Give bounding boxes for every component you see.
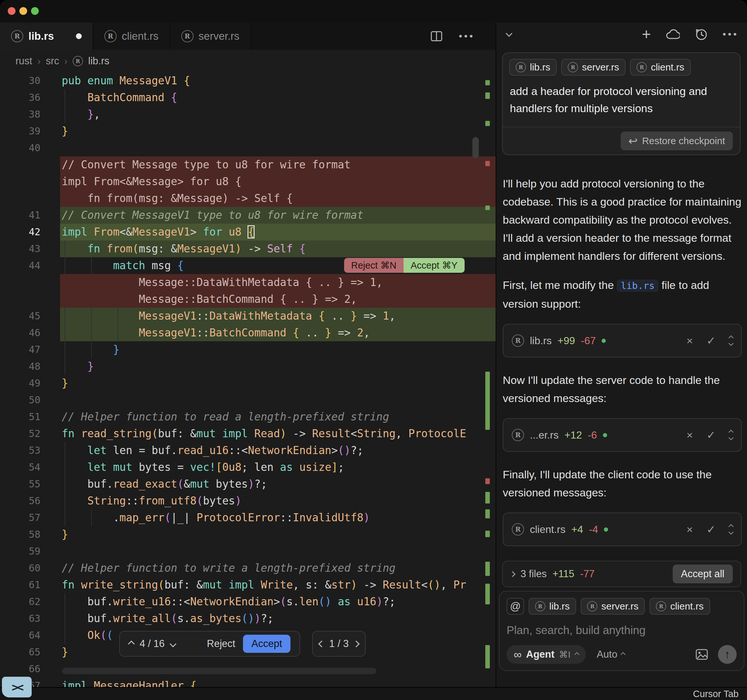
add-context-button[interactable]: @ xyxy=(507,598,524,615)
next-diff-icon[interactable] xyxy=(169,640,176,647)
code-line[interactable]: 30pub enum MessageV1 { xyxy=(0,73,496,89)
code-line[interactable]: 53 let len = buf.read_u16::<NetworkEndia… xyxy=(0,442,496,459)
horizontal-scrollbar[interactable] xyxy=(62,668,377,674)
code-line[interactable]: 42impl From<&MessageV1> for u8 { xyxy=(0,224,496,241)
code-text: impl MessageHandler { xyxy=(40,677,496,687)
code-line[interactable]: fn from(msg: &Message) -> Self { xyxy=(0,190,496,207)
chat-input-box[interactable]: @ Rlib.rsRserver.rsRclient.rs Plan, sear… xyxy=(499,591,744,671)
file-pill-client.rs[interactable]: Rclient.rs xyxy=(630,59,691,76)
code-line[interactable]: 49} xyxy=(0,375,496,392)
code-line[interactable]: 67impl MessageHandler { xyxy=(0,677,496,687)
breadcrumb-item[interactable]: src xyxy=(46,55,59,67)
code-line[interactable]: 50 xyxy=(0,392,496,409)
code-line[interactable]: 43 fn from(msg: &MessageV1) -> Self { xyxy=(0,241,496,257)
code-line[interactable]: 41// Convert MessageV1 type to u8 for wi… xyxy=(0,207,496,224)
accept-file-icon[interactable]: ✓ xyxy=(707,334,716,347)
editor-more-icon[interactable]: ••• xyxy=(459,31,475,42)
minimize-window-button[interactable] xyxy=(20,7,27,15)
accept-all-button[interactable]: Accept all xyxy=(673,565,733,583)
breadcrumb-item[interactable]: lib.rs xyxy=(88,55,109,67)
diff-reject-button[interactable]: Reject xyxy=(207,638,235,650)
breadcrumb-separator: › xyxy=(38,56,41,67)
code-line[interactable]: 45 MessageV1::DataWithMetadata { .. } =>… xyxy=(0,308,496,324)
code-line[interactable]: // Convert Message type to u8 for wire f… xyxy=(0,156,496,173)
code-line[interactable]: Message::DataWithMetadata { .. } => 1, xyxy=(0,274,496,291)
expand-diff-icon[interactable] xyxy=(729,430,733,439)
code-line[interactable]: 44 match msg {Reject ⌘NAccept ⌘Y xyxy=(0,257,496,274)
tab-client.rs[interactable]: Rclient.rs xyxy=(93,23,170,50)
code-line[interactable]: 57 .map_err(|_| ProtocolError::InvalidUt… xyxy=(0,509,496,526)
code-line[interactable]: 63 buf.write_all(s.as_bytes())?; xyxy=(0,610,496,627)
rust-file-icon: R xyxy=(637,62,647,73)
code-line[interactable]: 61fn write_string(buf: &mut impl Write, … xyxy=(0,577,496,593)
code-line[interactable]: 40 xyxy=(0,139,496,156)
assistant-paragraph: Now I'll update the server code to handl… xyxy=(503,371,742,407)
new-chat-icon[interactable]: + xyxy=(642,26,651,42)
inline-accept-button[interactable]: Accept ⌘Y xyxy=(404,258,464,273)
diff-accept-button[interactable]: Accept xyxy=(243,635,290,653)
file-pill-lib.rs[interactable]: Rlib.rs xyxy=(509,59,557,76)
panel-toggle-badge[interactable]: >< xyxy=(2,677,32,697)
chat-collapse-icon[interactable] xyxy=(506,30,513,37)
breadcrumb[interactable]: rust›src›Rlib.rs xyxy=(0,50,511,73)
attach-image-icon[interactable] xyxy=(695,648,708,660)
code-line[interactable]: 52fn read_string(buf: &mut impl Read) ->… xyxy=(0,425,496,442)
code-line[interactable]: impl From<&Message> for u8 { xyxy=(0,173,496,190)
code-area[interactable]: 30pub enum MessageV1 {36 BatchCommand {3… xyxy=(0,73,496,687)
reject-file-icon[interactable]: × xyxy=(687,429,693,441)
code-line[interactable]: 58} xyxy=(0,526,496,543)
model-selector[interactable]: Auto xyxy=(597,648,625,660)
accept-file-icon[interactable]: ✓ xyxy=(707,429,716,441)
code-text: // Helper function to read a length-pref… xyxy=(40,409,496,425)
code-line[interactable]: 60// Helper function to write a length-p… xyxy=(0,560,496,577)
file-pill-server.rs[interactable]: Rserver.rs xyxy=(581,598,645,615)
tab-lib.rs[interactable]: Rlib.rs xyxy=(0,23,93,50)
chip-filename: lib.rs xyxy=(530,335,552,347)
cursor-tab-status[interactable]: Cursor Tab xyxy=(693,689,739,699)
code-line[interactable]: 47 } xyxy=(0,341,496,358)
code-line[interactable]: 59 xyxy=(0,543,496,560)
code-line[interactable]: 46 MessageV1::BatchCommand { .. } => 2, xyxy=(0,324,496,341)
history-icon[interactable] xyxy=(695,28,708,41)
mode-selector[interactable]: ∞ Agent ⌘I xyxy=(507,645,586,664)
code-line[interactable]: Message::BatchCommand { .. } => 2, xyxy=(0,291,496,308)
file-change-chip-...er.rs[interactable]: R...er.rs+12-6×✓ xyxy=(503,418,742,452)
next-file-icon[interactable] xyxy=(353,640,360,647)
file-pill-client.rs[interactable]: Rclient.rs xyxy=(649,598,710,615)
code-line[interactable]: 39} xyxy=(0,123,496,139)
code-line[interactable]: 36 BatchCommand { xyxy=(0,89,496,106)
code-line[interactable]: 62 buf.write_u16::<NetworkEndian>(s.len(… xyxy=(0,593,496,610)
reject-file-icon[interactable]: × xyxy=(687,335,693,347)
accept-file-icon[interactable]: ✓ xyxy=(707,523,716,536)
send-button[interactable]: ↑ xyxy=(718,645,736,664)
expand-files-icon[interactable] xyxy=(510,571,515,577)
breadcrumb-item[interactable]: rust xyxy=(15,55,32,67)
prev-diff-icon[interactable] xyxy=(128,640,135,647)
code-line[interactable]: 54 let mut bytes = vec![0u8; len as usiz… xyxy=(0,459,496,476)
file-pill-server.rs[interactable]: Rserver.rs xyxy=(561,59,626,76)
file-change-chip-client.rs[interactable]: Rclient.rs+4-4×✓ xyxy=(503,512,742,546)
expand-diff-icon[interactable] xyxy=(729,336,733,345)
code-line[interactable]: 48 } xyxy=(0,358,496,375)
restore-checkpoint-button[interactable]: ↩ Restore checkpoint xyxy=(621,132,733,150)
close-window-button[interactable] xyxy=(8,7,15,15)
reject-file-icon[interactable]: × xyxy=(687,523,693,536)
file-change-chip-lib.rs[interactable]: Rlib.rs+99-67×✓ xyxy=(503,324,742,358)
zoom-window-button[interactable] xyxy=(31,7,39,15)
cloud-icon[interactable] xyxy=(665,29,680,40)
prev-file-icon[interactable] xyxy=(318,640,325,647)
tab-server.rs[interactable]: Rserver.rs xyxy=(170,23,251,50)
unsaved-dot[interactable] xyxy=(76,33,82,39)
file-pill-lib.rs[interactable]: Rlib.rs xyxy=(529,598,576,615)
inline-code[interactable]: lib.rs xyxy=(617,280,658,292)
split-editor-icon[interactable] xyxy=(430,29,443,43)
code-line[interactable]: 38 }, xyxy=(0,106,496,123)
scrollbar-thumb[interactable] xyxy=(472,137,479,158)
expand-diff-icon[interactable] xyxy=(729,525,733,534)
code-line[interactable]: 55 buf.read_exact(&mut bytes)?; xyxy=(0,476,496,492)
breadcrumb-separator: › xyxy=(64,56,68,67)
inline-reject-button[interactable]: Reject ⌘N xyxy=(344,258,404,273)
chat-more-icon[interactable]: ••• xyxy=(723,29,739,40)
code-line[interactable]: 56 String::from_utf8(bytes) xyxy=(0,492,496,509)
code-line[interactable]: 51// Helper function to read a length-pr… xyxy=(0,409,496,425)
